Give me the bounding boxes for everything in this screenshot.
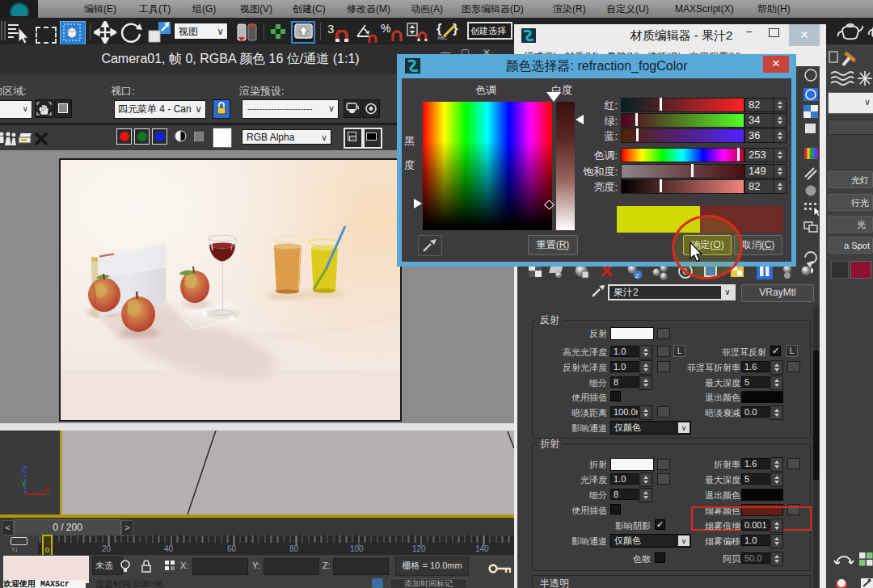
- svg-text:2: 2: [635, 272, 639, 279]
- svg-text:X: X: [44, 485, 49, 494]
- svg-text:Y: Y: [21, 480, 27, 489]
- svg-text:Z: Z: [22, 465, 27, 474]
